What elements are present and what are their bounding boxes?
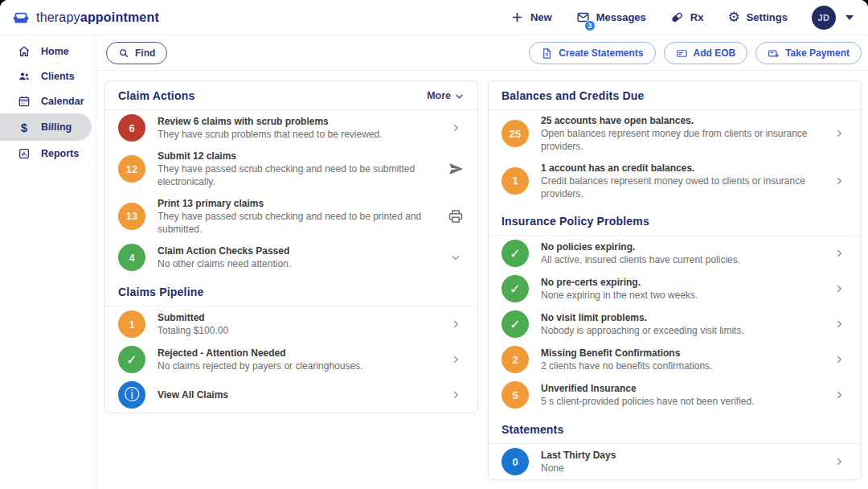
sidebar-item-clients[interactable]: Clients (0, 64, 96, 88)
chevron-right-icon (447, 318, 465, 330)
pipeline-row-submitted[interactable]: 1 Submitted Totaling $100.00 (105, 306, 477, 342)
reports-icon (18, 147, 31, 160)
row-title: No policies expiring. (541, 240, 818, 253)
pipeline-row-view-all[interactable]: ⓘ View All Claims (105, 377, 477, 413)
count-badge: 2 (502, 346, 529, 373)
count-badge: 5 (502, 381, 529, 409)
row-subtitle: 2 clients have no benefits confirmations… (541, 360, 818, 372)
count-badge: 12 (118, 155, 145, 183)
add-eob-label: Add EOB (694, 47, 736, 59)
row-title: Claim Action Checks Passed (158, 244, 435, 257)
chevron-right-icon (447, 122, 465, 134)
count-badge: 6 (118, 114, 145, 142)
row-subtitle: Open balances represent money due from c… (541, 127, 818, 153)
row-subtitle: Totaling $100.00 (158, 324, 435, 337)
dollar-icon: $ (18, 121, 31, 134)
check-icon: ✓ (502, 310, 529, 338)
clients-icon (18, 70, 31, 83)
count-badge: 1 (502, 167, 529, 195)
sidebar-item-calendar[interactable]: Calendar (0, 88, 96, 113)
claim-actions-title: Claim Actions (118, 89, 194, 102)
couch-icon (11, 10, 31, 25)
row-title: Last Thirty Days (541, 449, 818, 462)
balances-row-credit[interactable]: 1 1 account has an credit balances. Cred… (489, 158, 861, 205)
chevron-right-icon (830, 318, 848, 330)
row-title: Submitted (158, 311, 435, 324)
insurance-row-policies[interactable]: ✓ No policies expiring. All active, insu… (489, 236, 861, 271)
find-label: Find (135, 47, 155, 59)
settings-button[interactable]: ⚙ Settings (727, 10, 788, 24)
row-title: Rejected - Attention Needed (158, 347, 435, 360)
chevron-right-icon (447, 354, 465, 365)
chevron-right-icon (830, 283, 848, 294)
chevron-down-icon[interactable] (447, 252, 465, 263)
statements-row-last-thirty[interactable]: 0 Last Thirty Days None (489, 444, 861, 479)
app-window: therapyappointment New 3 Messages Rx ⚙ S… (0, 0, 868, 489)
chevron-right-icon (447, 389, 465, 401)
claim-row-review[interactable]: 6 Review 6 claims with scrub problems Th… (105, 110, 477, 146)
chevron-right-icon (830, 128, 848, 139)
claim-row-print[interactable]: 13 Print 13 primary claims They have pas… (105, 193, 477, 240)
create-statements-button[interactable]: Create Statements (529, 42, 655, 64)
insurance-row-visit-limits[interactable]: ✓ No visit limit problems. Nobody is app… (489, 306, 861, 342)
rx-button[interactable]: Rx (670, 10, 704, 24)
insurance-row-unverified[interactable]: 5 Unverified Insurance 5 s client-provid… (489, 377, 861, 413)
insurance-row-precerts[interactable]: ✓ No pre-certs expiring. None expiring i… (489, 271, 861, 306)
printer-icon[interactable] (447, 208, 465, 224)
row-title: Review 6 claims with scrub problems (158, 115, 435, 128)
sidebar-item-reports[interactable]: Reports (0, 141, 96, 166)
chevron-down-icon[interactable] (845, 15, 854, 20)
chevron-right-icon (830, 175, 848, 187)
insurance-title: Insurance Policy Problems (502, 215, 649, 228)
find-button[interactable]: Find (106, 42, 167, 64)
row-subtitle: None expiring in the next two weeks. (541, 289, 818, 302)
row-subtitle: 5 s client-provided policies have not be… (541, 395, 818, 408)
messages-badge: 3 (584, 20, 596, 31)
new-label: New (530, 11, 552, 23)
row-title: No pre-certs expiring. (541, 276, 818, 289)
balances-title: Balances and Credits Due (502, 89, 645, 102)
balances-row-open[interactable]: 25 25 accounts have open balances. Open … (489, 110, 861, 158)
more-dropdown[interactable]: More (427, 90, 465, 101)
send-icon[interactable] (447, 161, 465, 177)
row-subtitle: No other claims need attention. (158, 257, 435, 270)
chevron-down-icon (454, 91, 465, 101)
claim-row-checks-passed[interactable]: 4 Claim Action Checks Passed No other cl… (105, 240, 477, 275)
document-icon (541, 47, 553, 60)
sidebar-item-billing[interactable]: $ Billing (0, 113, 92, 141)
take-payment-label: Take Payment (785, 47, 850, 59)
row-subtitle: They have scrub problems that need to be… (158, 128, 435, 141)
create-statements-label: Create Statements (559, 47, 643, 59)
insurance-section: Insurance Policy Problems (489, 204, 861, 236)
row-title: Missing Benefit Confirmations (541, 347, 818, 360)
chevron-right-icon (830, 389, 848, 401)
take-payment-button[interactable]: Take Payment (755, 42, 862, 64)
claims-pipeline-section: Claims Pipeline (105, 275, 477, 306)
add-eob-button[interactable]: Add EOB (664, 42, 748, 64)
row-title: 25 accounts have open balances. (541, 114, 818, 127)
messages-button[interactable]: 3 Messages (576, 10, 646, 24)
card-icon (676, 47, 688, 60)
statements-title: Statements (502, 423, 563, 436)
count-badge: 4 (118, 244, 145, 271)
chevron-right-icon (830, 248, 848, 259)
row-title: 1 account has an credit balances. (541, 162, 818, 175)
main-content: Find Create Statements Add EOB Take Paym… (96, 35, 868, 489)
insurance-row-benefit-confirmations[interactable]: 2 Missing Benefit Confirmations 2 client… (489, 342, 861, 377)
messages-label: Messages (596, 11, 646, 23)
more-label: More (427, 90, 451, 101)
new-button[interactable]: New (510, 10, 552, 24)
pipeline-row-rejected[interactable]: ✓ Rejected - Attention Needed No claims … (105, 342, 477, 377)
avatar[interactable]: JD (812, 6, 836, 30)
claim-row-submit[interactable]: 12 Submit 12 claims They have passed scr… (105, 146, 477, 193)
rx-label: Rx (690, 11, 704, 23)
brand-logo[interactable]: therapyappointment (11, 10, 159, 25)
row-subtitle: All active, insured clients have current… (541, 253, 818, 266)
chevron-right-icon (830, 456, 848, 467)
sidebar: Home Clients Calendar $ Billing Reports (0, 35, 96, 489)
row-subtitle: No claims rejected by payers or clearing… (158, 360, 435, 372)
plus-icon (510, 10, 524, 24)
chevron-right-icon (830, 354, 848, 365)
sidebar-item-home[interactable]: Home (0, 39, 96, 64)
user-menu[interactable]: JD (812, 6, 854, 30)
